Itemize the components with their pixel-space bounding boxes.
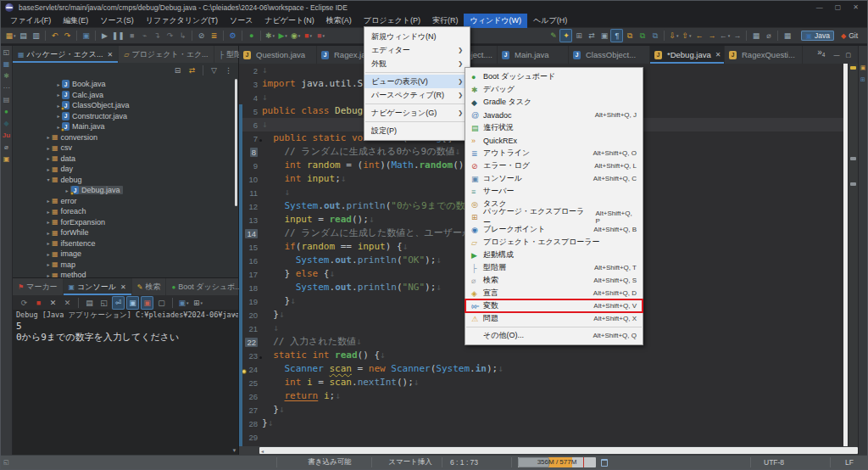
save-icon[interactable]: ▤: [17, 29, 30, 42]
gradle-mini-icon[interactable]: ◆: [3, 120, 8, 127]
tree-item[interactable]: ▸▦foreach: [13, 206, 238, 217]
view-tab[interactable]: ●Boot ダッシュボ...: [166, 278, 247, 295]
ruler-marker[interactable]: [850, 157, 856, 160]
submenu-item[interactable]: ◈宣言Alt+Shift+Q, D: [465, 287, 643, 299]
submenu-item[interactable]: »QuickREx: [465, 134, 643, 147]
tree-item[interactable]: ▸▦data: [13, 154, 238, 165]
submenu-item[interactable]: ⊞パッケージ・エクスプローラーAlt+Shift+Q, P: [465, 210, 643, 223]
tree-item[interactable]: ▸JCalc.java: [13, 90, 238, 101]
suspend-icon[interactable]: ❚❚: [111, 29, 125, 42]
chevron-icon[interactable]: ▸: [55, 113, 62, 119]
debug-mini-icon[interactable]: ✱: [3, 72, 9, 80]
redo-icon[interactable]: ↷: [61, 29, 74, 42]
show-whitespace-icon[interactable]: ¶: [610, 29, 623, 42]
open-console-icon[interactable]: ⊞▾: [192, 296, 204, 310]
undo-icon[interactable]: ↶: [48, 29, 61, 42]
submenu-item[interactable]: ▱プロジェクト・エクスプローラー: [465, 236, 643, 249]
package-explorer-mini-icon[interactable]: ▦: [3, 60, 10, 68]
menubar-item[interactable]: 実行(R): [426, 14, 465, 28]
menubar-item[interactable]: リファクタリング(T): [140, 14, 224, 28]
view-tab[interactable]: ✎検索: [132, 278, 167, 295]
tree-item[interactable]: ▸▦conversion: [13, 132, 238, 143]
chevron-icon[interactable]: ▸: [45, 155, 52, 161]
new-wizard-icon[interactable]: ▦▾: [4, 29, 17, 42]
editor-tab[interactable]: JRagexQuesti...: [725, 46, 803, 64]
tab-overflow-indicator[interactable]: »4: [815, 46, 826, 64]
ruler-marker-warning[interactable]: [850, 66, 856, 70]
submenu-item[interactable]: ▶起動構成: [465, 249, 643, 261]
restore-pane-icon[interactable]: ◱: [3, 48, 10, 56]
pin-console-icon[interactable]: ▢: [155, 296, 168, 310]
scroll-up-icon[interactable]: ▲: [232, 311, 237, 316]
tree-item[interactable]: ▸▦error: [13, 196, 238, 207]
submenu-item[interactable]: ⊘エラー・ログAlt+Shift+Q, L: [465, 159, 643, 172]
tree-item[interactable]: ▸JConstructor.java: [13, 111, 238, 122]
menu-item[interactable]: ナビゲーション(G)❯: [364, 106, 470, 120]
view-tab[interactable]: ▦パッケージ・エクス...✕: [13, 46, 119, 63]
search-icon[interactable]: ⌀: [762, 29, 775, 42]
annotation-icon[interactable]: ▣: [80, 29, 92, 42]
editor-tab[interactable]: JClassObject...: [569, 46, 650, 64]
terminate-icon[interactable]: ■: [125, 29, 138, 42]
step-return-icon[interactable]: ↳: [176, 29, 189, 42]
tree-item[interactable]: ▸JBook.java: [13, 79, 238, 90]
chevron-icon[interactable]: ▸: [55, 81, 62, 87]
tree-item[interactable]: ▾▦debug: [13, 175, 238, 186]
sync-icon[interactable]: ⇄: [585, 29, 598, 42]
scrollbar-thumb[interactable]: ◂: [259, 447, 858, 454]
view-menu-icon[interactable]: ⋮: [222, 64, 235, 77]
tree-item[interactable]: ▸▦method: [13, 270, 238, 277]
highlight-icon[interactable]: ✦: [559, 29, 572, 42]
boot-mini-icon[interactable]: ●: [4, 108, 8, 115]
image-mini-icon[interactable]: ▣: [3, 155, 10, 163]
chevron-icon[interactable]: ▸: [45, 166, 52, 172]
next-annotation-icon[interactable]: ⇩▾: [667, 29, 680, 42]
last-edit-icon[interactable]: ←: [693, 29, 705, 42]
prev-annotation-icon[interactable]: ⇧▾: [680, 29, 693, 42]
menubar-item[interactable]: ファイル(F): [4, 14, 57, 28]
tree-item[interactable]: ▸▦image: [13, 249, 238, 260]
submenu-item[interactable]: @JavadocAlt+Shift+Q, J: [465, 109, 643, 121]
tree-item[interactable]: ▸▦map: [13, 260, 238, 271]
tree-item[interactable]: ▸▦ifsentence: [13, 238, 238, 249]
heap-indicator[interactable]: 356M / 577M: [518, 457, 596, 467]
step-over-icon[interactable]: ↷: [164, 29, 176, 42]
chevron-icon[interactable]: ▸: [45, 219, 52, 225]
chevron-icon[interactable]: ▸: [45, 230, 52, 236]
menu-item[interactable]: ビューの表示(V)❯: [364, 75, 470, 88]
submenu-item[interactable]: ◉ブレークポイントAlt+Shift+Q, B: [465, 223, 643, 236]
menu-item[interactable]: 新規ウィンドウ(N): [364, 30, 470, 43]
submenu-item[interactable]: ◆Gradle タスク: [465, 96, 643, 109]
stop-icon[interactable]: ■▾: [302, 29, 314, 42]
garbage-collect-button[interactable]: [601, 456, 608, 469]
menubar-item[interactable]: 検索(A): [320, 14, 358, 28]
perspective-java[interactable]: ▣Java: [801, 31, 834, 41]
minimize-button[interactable]: —: [816, 3, 823, 11]
collapse-all-icon[interactable]: ⊟: [171, 64, 184, 77]
close-icon[interactable]: ✕: [120, 283, 126, 291]
link-with-editor-icon[interactable]: ⇄: [186, 64, 198, 77]
filters-icon[interactable]: ▽: [208, 64, 220, 77]
minimized-view-2-icon[interactable]: ⊞: [860, 76, 865, 83]
chevron-icon[interactable]: ▸: [45, 272, 52, 277]
submenu-item[interactable]: ⚠問題Alt+Shift+Q, X: [465, 312, 643, 325]
open-type-icon[interactable]: ⧉: [623, 29, 636, 42]
word-wrap-icon[interactable]: ⏎: [112, 296, 125, 310]
save-all-icon[interactable]: ▥: [30, 29, 42, 42]
menubar-item[interactable]: ソース(S): [94, 14, 139, 28]
submenu-item[interactable]: ▣コンソールAlt+Shift+Q, C: [465, 172, 643, 185]
console-output-area[interactable]: Debug [Java アプリケーション] C:¥pleiades¥2024-0…: [13, 310, 238, 455]
package-icon[interactable]: ⊞: [572, 29, 585, 42]
submenu-item[interactable]: ├型階層Alt+Shift+Q, T: [465, 261, 643, 274]
outline-mini-icon[interactable]: ▤: [3, 96, 10, 104]
chevron-icon[interactable]: ▸: [55, 92, 62, 98]
close-icon[interactable]: ✕: [108, 51, 114, 59]
debug-as-icon[interactable]: ✱▾: [264, 29, 276, 42]
menubar-item[interactable]: 編集(E): [57, 14, 94, 28]
chevron-icon[interactable]: ▸: [45, 198, 52, 204]
submenu-item[interactable]: ▤進行状況: [465, 121, 643, 134]
minimized-view-1-icon[interactable]: ▣: [860, 64, 866, 71]
scroll-lock-icon[interactable]: ◱: [97, 296, 110, 310]
open-resource-icon[interactable]: ⧉: [636, 29, 648, 42]
resume-icon[interactable]: ▶: [98, 29, 111, 42]
